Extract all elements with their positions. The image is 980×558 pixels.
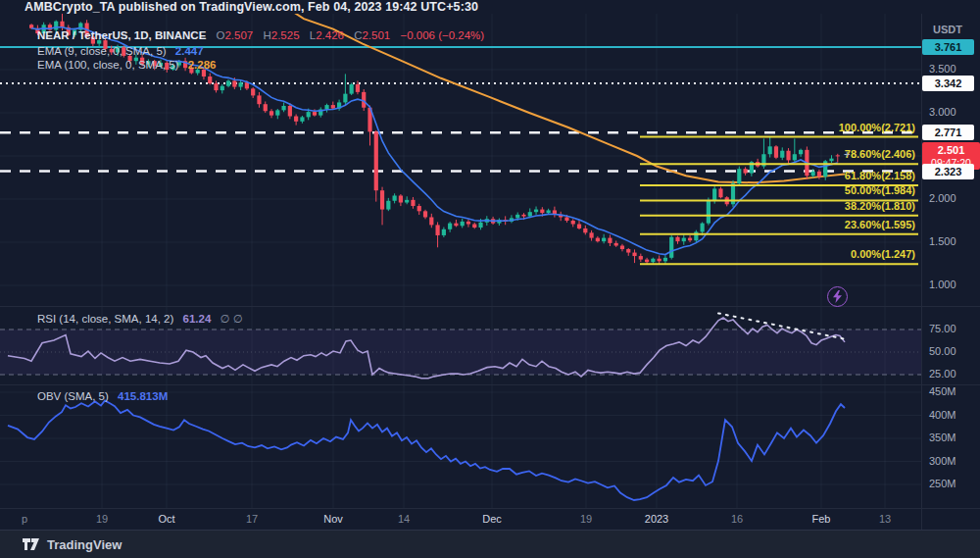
- obv-legend-row[interactable]: OBV (SMA, 5) 415.813M: [37, 390, 168, 402]
- rsi-tick[interactable]: 25.00: [929, 368, 956, 380]
- time-axis-label[interactable]: Nov: [323, 513, 343, 525]
- close-value: 2.501: [362, 29, 390, 41]
- open-value: 2.507: [224, 29, 253, 41]
- tradingview-logo-icon[interactable]: [22, 537, 40, 551]
- tradingview-brand-text: TradingView: [47, 537, 122, 552]
- fib-level-label: 0.00%(1.247): [851, 248, 915, 260]
- ema100-label: EMA (100, close, 0, SMA, 5): [37, 59, 178, 71]
- time-axis-label[interactable]: Feb: [812, 513, 831, 525]
- tradingview-published-chart: AMBCrypto_TA published on TradingView.co…: [0, 0, 980, 558]
- price-tick[interactable]: 3.500: [929, 63, 956, 75]
- time-axis-label[interactable]: p: [22, 513, 27, 525]
- price-axis-currency[interactable]: USDT: [933, 24, 962, 35]
- time-axis-label[interactable]: 19: [96, 513, 108, 525]
- obv-tick[interactable]: 400M: [929, 409, 956, 421]
- price-tick[interactable]: 2.000: [929, 192, 956, 204]
- time-axis-label[interactable]: 16: [731, 513, 743, 525]
- obv-tick[interactable]: 350M: [929, 431, 956, 443]
- time-axis-label[interactable]: 2023: [645, 513, 668, 525]
- fib-level-label: 50.00%(1.984): [845, 184, 915, 196]
- price-tick[interactable]: 1.000: [929, 279, 956, 290]
- rsi-tick[interactable]: 75.00: [929, 323, 956, 334]
- symbol-legend-row[interactable]: NEAR / TetherUS, 1D, BINANCE O2.507 H2.5…: [37, 29, 484, 41]
- fib-level-label: 38.20%(1.810): [845, 200, 915, 212]
- time-axis-label[interactable]: Oct: [158, 513, 174, 525]
- obv-tick[interactable]: 250M: [929, 478, 956, 489]
- price-tick[interactable]: 3.000: [929, 106, 956, 118]
- price-level-badge: 3.761: [922, 39, 974, 55]
- price-level-badge: 2.771: [922, 125, 974, 140]
- time-axis-label[interactable]: Dec: [482, 513, 502, 525]
- price-level-badge: 3.342: [922, 76, 974, 91]
- ema100-value: 2.286: [188, 59, 217, 71]
- low-value: 2.426: [316, 29, 344, 41]
- fib-level-label: 78.60%(2.406): [845, 148, 915, 160]
- ema9-legend-row[interactable]: EMA (9, close, 0, SMA, 5) 2.447: [37, 45, 204, 57]
- high-label: H: [263, 29, 270, 41]
- lightning-bolt-glyph: [832, 290, 843, 303]
- price-level-badge: 2.323: [922, 164, 974, 179]
- time-axis-label[interactable]: 17: [246, 513, 258, 525]
- rsi-value: 61.24: [183, 313, 212, 325]
- ema9-value: 2.447: [175, 45, 204, 57]
- rsi-band: [0, 330, 921, 375]
- fib-level-label: 100.00%(2.721): [839, 122, 915, 133]
- time-axis-label[interactable]: 19: [580, 513, 592, 525]
- obv-value: 415.813M: [118, 390, 168, 402]
- change-value: −0.006 (−0.24%): [400, 29, 484, 41]
- ema9-label: EMA (9, close, 0, SMA, 5): [37, 45, 167, 57]
- rsi-legend-row[interactable]: RSI (14, close, SMA, 14, 2) 61.24 ∅ ∅: [37, 312, 243, 326]
- obv-tick[interactable]: 300M: [929, 455, 956, 467]
- symbol-name: NEAR / TetherUS, 1D, BINANCE: [37, 29, 206, 41]
- fib-level-label: 61.80%(2.158): [845, 170, 915, 181]
- high-value: 2.525: [271, 29, 300, 41]
- ema100-legend-row[interactable]: EMA (100, close, 0, SMA, 5) 2.286: [37, 59, 216, 71]
- gridlines: [0, 14, 921, 508]
- lightning-boost-icon[interactable]: [827, 286, 848, 307]
- time-axis-label[interactable]: 13: [879, 513, 891, 525]
- obv-label: OBV (SMA, 5): [37, 390, 109, 402]
- footer-bar: TradingView: [0, 530, 980, 558]
- obv-tick[interactable]: 450M: [929, 385, 956, 397]
- rsi-tick[interactable]: 50.00: [929, 345, 956, 357]
- rsi-label: RSI (14, close, SMA, 14, 2): [37, 313, 173, 325]
- fib-level-label: 23.60%(1.595): [845, 219, 915, 230]
- time-axis-label[interactable]: 14: [398, 513, 410, 525]
- quick-add-plus-icon[interactable]: +: [844, 148, 850, 160]
- chart-canvas[interactable]: [0, 0, 980, 558]
- rsi-hidden-values: ∅ ∅: [220, 313, 243, 325]
- price-tick[interactable]: 1.500: [929, 235, 956, 247]
